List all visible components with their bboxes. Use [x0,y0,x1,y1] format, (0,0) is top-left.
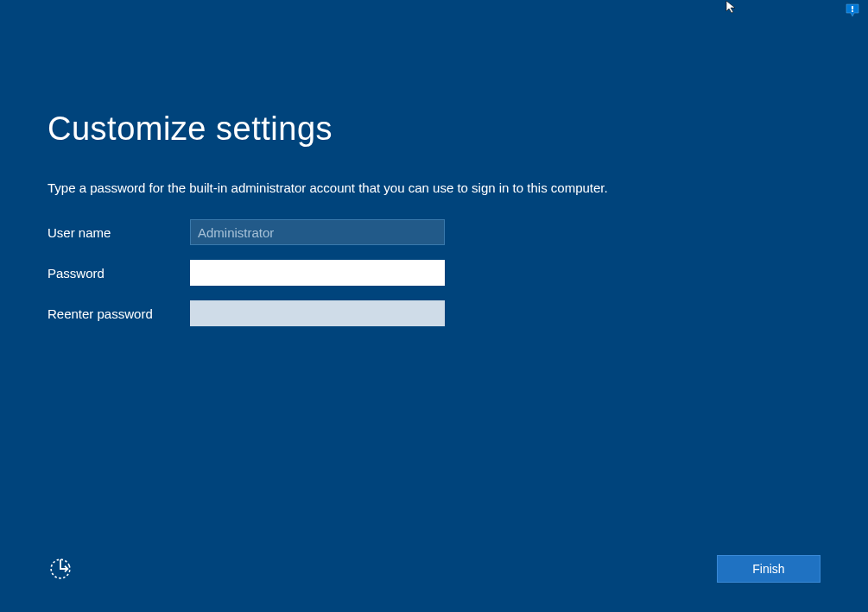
username-label: User name [48,225,190,240]
reenter-password-input[interactable] [190,300,445,326]
notification-icon[interactable] [846,3,859,17]
reenter-password-row: Reenter password [48,300,820,326]
ease-of-access-icon[interactable] [48,556,73,582]
password-label: Password [48,266,190,281]
username-input [190,219,445,245]
svg-rect-0 [852,6,853,9]
finish-button[interactable]: Finish [717,555,820,583]
password-row: Password [48,260,820,286]
svg-rect-1 [852,10,853,12]
reenter-password-label: Reenter password [48,306,190,321]
username-row: User name [48,219,820,245]
mouse-cursor-icon [725,0,739,14]
instruction-text: Type a password for the built-in adminis… [48,180,820,195]
password-input[interactable] [190,260,445,286]
page-title: Customize settings [48,110,820,148]
